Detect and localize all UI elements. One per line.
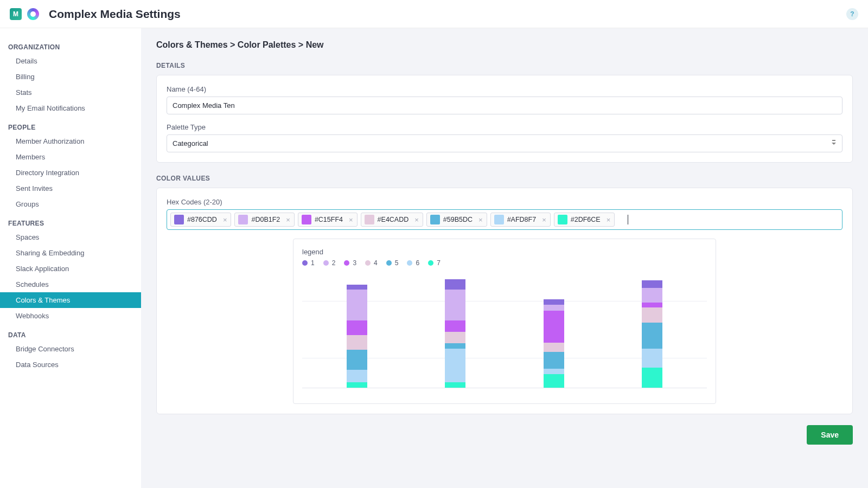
section-label-color-values: COLOR VALUES <box>156 175 853 182</box>
swatch-icon <box>302 215 311 224</box>
breadcrumb-part-3: New <box>306 40 324 49</box>
chart-bar-segment <box>642 349 662 368</box>
sidebar-item-directory-integration[interactable]: Directory Integration <box>0 165 141 181</box>
main-content: Colors & Themes > Color Palettes > New D… <box>141 28 868 488</box>
app-header: Complex Media Settings ? <box>0 0 868 28</box>
remove-chip-icon[interactable]: × <box>219 216 231 224</box>
hex-chip-label: #AFD8F7 <box>507 216 539 223</box>
remove-chip-icon[interactable]: × <box>411 216 423 224</box>
remove-chip-icon[interactable]: × <box>603 216 615 224</box>
legend-title: legend <box>302 248 707 256</box>
sidebar-item-members[interactable]: Members <box>0 149 141 165</box>
hex-chip-label: #E4CADD <box>378 216 411 223</box>
sidebar-item-sent-invites[interactable]: Sent Invites <box>0 181 141 196</box>
sidebar: ORGANIZATION Details Billing Stats My Em… <box>0 28 141 488</box>
swatch-icon <box>494 215 504 224</box>
legend-dot-icon <box>386 260 392 266</box>
sidebar-item-slack-application[interactable]: Slack Application <box>0 261 141 277</box>
chart-bar-segment <box>347 382 367 388</box>
sidebar-item-member-authorization[interactable]: Member Authorization <box>0 133 141 149</box>
help-icon[interactable]: ? <box>846 8 858 20</box>
chart-bar-segment <box>642 323 662 349</box>
chart-bar-segment <box>445 320 465 332</box>
legend-label: 3 <box>353 259 356 267</box>
sidebar-item-schedules[interactable]: Schedules <box>0 277 141 292</box>
legend-label: 6 <box>416 259 419 267</box>
text-cursor <box>628 215 628 224</box>
legend-item: 6 <box>407 259 419 267</box>
chart-bar-segment <box>347 290 367 320</box>
chart-bar-segment <box>347 335 367 350</box>
chart-bar-segment <box>445 382 465 388</box>
chart-bars <box>302 274 707 388</box>
chart-bar-segment <box>544 374 564 388</box>
hex-chip-label: #876CDD <box>187 216 219 223</box>
chart-bar-segment <box>445 279 465 290</box>
remove-chip-icon[interactable]: × <box>345 216 357 224</box>
hex-chip: #C15FF4× <box>298 213 358 227</box>
chart-bar-segment <box>544 343 564 352</box>
app-logo-m-icon <box>10 8 22 20</box>
sidebar-item-sharing-embedding[interactable]: Sharing & Embedding <box>0 245 141 261</box>
sidebar-item-data-sources[interactable]: Data Sources <box>0 357 141 373</box>
sidebar-item-spaces[interactable]: Spaces <box>0 229 141 245</box>
name-label: Name (4-64) <box>167 85 843 93</box>
palette-type-select[interactable] <box>167 134 843 152</box>
chart-bar-segment <box>642 307 662 322</box>
chart-bar-column <box>642 280 662 388</box>
remove-chip-icon[interactable]: × <box>538 216 550 224</box>
chart-bar-segment <box>347 285 367 290</box>
hex-codes-input[interactable]: #876CDD×#D0B1F2×#C15FF4×#E4CADD×#59B5DC×… <box>167 209 843 230</box>
swatch-icon <box>430 215 440 224</box>
sidebar-item-details[interactable]: Details <box>0 53 141 69</box>
sidebar-item-webhooks[interactable]: Webhooks <box>0 308 141 324</box>
palette-preview-chart: legend 1234567 <box>293 239 716 404</box>
chart-bar-column <box>445 279 465 388</box>
legend-label: 4 <box>374 259 378 267</box>
swatch-icon <box>174 215 184 224</box>
name-input[interactable] <box>167 97 843 114</box>
legend-dot-icon <box>365 260 371 266</box>
legend-item: 1 <box>302 259 315 267</box>
legend-label: 5 <box>395 259 399 267</box>
page-title: Complex Media Settings <box>49 8 181 21</box>
sidebar-heading-people: PEOPLE <box>0 119 141 133</box>
section-label-details: DETAILS <box>156 62 853 69</box>
hex-chip-label: #2DF6CE <box>571 216 603 223</box>
chart-bar-segment <box>642 303 662 308</box>
sidebar-item-bridge-connectors[interactable]: Bridge Connectors <box>0 341 141 357</box>
chart-bar-segment <box>544 311 564 342</box>
chart-bar-segment <box>642 288 662 303</box>
legend-item: 3 <box>344 259 356 267</box>
hex-chip: #D0B1F2× <box>234 213 294 227</box>
legend-item: 7 <box>428 259 441 267</box>
hex-codes-label: Hex Codes (2-20) <box>167 198 843 206</box>
chart-bar-segment <box>445 349 465 382</box>
sidebar-item-email-notifications[interactable]: My Email Notifications <box>0 100 141 116</box>
breadcrumb-part-1[interactable]: Colors & Themes <box>156 40 228 49</box>
legend-item: 4 <box>365 259 378 267</box>
chart-bar-segment <box>544 352 564 369</box>
sidebar-item-groups[interactable]: Groups <box>0 196 141 212</box>
breadcrumb: Colors & Themes > Color Palettes > New <box>156 40 853 50</box>
chart-bar-segment <box>445 332 465 343</box>
hex-chip-label: #C15FF4 <box>315 216 345 223</box>
hex-chip-label: #D0B1F2 <box>251 216 282 223</box>
hex-chip: #AFD8F7× <box>490 213 551 227</box>
breadcrumb-part-2[interactable]: Color Palettes <box>238 40 296 49</box>
legend-label: 2 <box>332 259 336 267</box>
legend: 1234567 <box>302 259 707 267</box>
chart-bar-segment <box>544 369 564 374</box>
chart-bar-column <box>347 285 367 388</box>
remove-chip-icon[interactable]: × <box>282 216 294 224</box>
legend-label: 7 <box>437 259 441 267</box>
sidebar-item-stats[interactable]: Stats <box>0 85 141 100</box>
sidebar-item-billing[interactable]: Billing <box>0 69 141 85</box>
sidebar-item-colors-themes[interactable]: Colors & Themes <box>0 292 141 308</box>
header-logos <box>10 8 39 20</box>
save-button[interactable]: Save <box>807 425 853 445</box>
swatch-icon <box>365 215 374 224</box>
legend-dot-icon <box>428 260 433 266</box>
remove-chip-icon[interactable]: × <box>475 216 487 224</box>
chart-bar-segment <box>445 290 465 320</box>
